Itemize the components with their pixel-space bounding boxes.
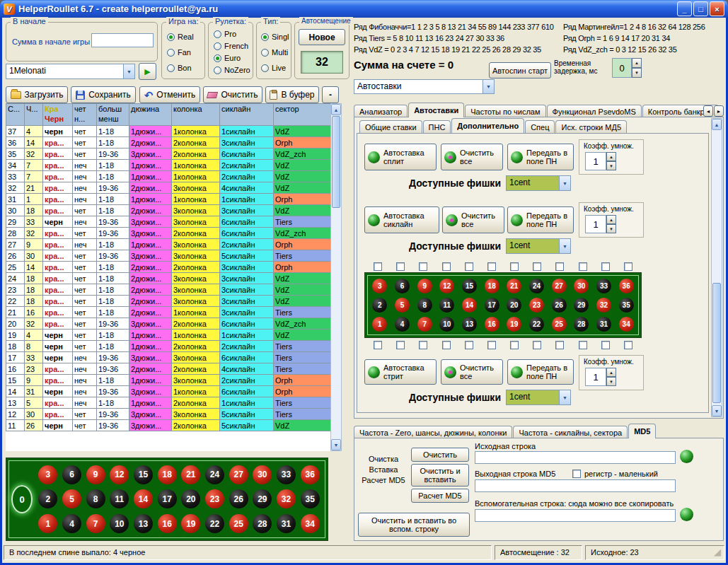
roulette-number-3[interactable]: 3 <box>372 279 387 293</box>
spin-row[interactable]: 159кра...неч1-181дюжи...3колонка2сиклайн… <box>6 375 331 386</box>
roulette-number-28[interactable]: 28 <box>253 514 272 533</box>
spin-row[interactable]: 1733черннеч19-363дюжи...3колонка6сиклайн… <box>6 352 331 363</box>
clear-all-street-button[interactable]: Очистить все <box>441 359 503 385</box>
titlebar[interactable]: V HelperRoullet 6.7 - create helperroull… <box>0 0 728 18</box>
scroll-up-icon[interactable]: ▲ <box>331 104 341 115</box>
autobet-sixline-button[interactable]: Автоставка сиклайн <box>364 206 439 233</box>
chevron-down-icon[interactable]: ▼ <box>483 80 494 93</box>
clear-button[interactable]: Очистить <box>203 86 262 103</box>
roulette-number-34[interactable]: 34 <box>301 514 320 533</box>
roulette-number-13[interactable]: 13 <box>134 514 153 533</box>
coef-spinner[interactable]: 1▲▼ <box>585 215 616 233</box>
bet-column-checkbox[interactable] <box>579 262 587 271</box>
roulette-number-8[interactable]: 8 <box>417 298 432 313</box>
roulette-number-16[interactable]: 16 <box>485 317 499 332</box>
bet-column-checkbox[interactable] <box>487 262 496 271</box>
spin-row[interactable]: 3614кра...чет1-182дюжи...2колонка3сиклай… <box>6 137 331 148</box>
roulette-number-2[interactable]: 2 <box>372 298 387 313</box>
roulette-number-33[interactable]: 33 <box>596 279 611 293</box>
roulette-number-5[interactable]: 5 <box>395 298 410 313</box>
md5-source-input[interactable] <box>475 451 676 464</box>
roulette-number-21[interactable]: 21 <box>507 279 521 293</box>
bet-column-checkbox[interactable] <box>396 262 405 271</box>
radio-nozero[interactable]: NoZero <box>214 66 250 74</box>
spin-row[interactable]: 2630кра...чет19-363дюжи...3колонка5сикла… <box>6 250 331 262</box>
resize-grip[interactable]: ◢ <box>714 547 721 557</box>
roulette-number-31[interactable]: 31 <box>277 514 296 533</box>
radio-pro[interactable]: Pro <box>214 30 236 38</box>
scroll-down-icon[interactable]: ▼ <box>331 439 341 450</box>
chevron-down-icon[interactable]: ▼ <box>123 64 134 78</box>
md5-calc-button[interactable]: Расчет MD5 <box>411 489 469 503</box>
transfer-pn-sixline-button[interactable]: Передать в поле ПН <box>507 206 574 233</box>
spin-up-icon[interactable]: ▲ <box>632 58 642 68</box>
bet-column-checkbox[interactable] <box>419 341 427 349</box>
bet-column-checkbox[interactable] <box>601 341 610 349</box>
bet-column-checkbox[interactable] <box>555 341 564 349</box>
roulette-number-32[interactable]: 32 <box>596 298 611 313</box>
radio-singl[interactable]: Singl <box>261 33 289 41</box>
roulette-number-26[interactable]: 26 <box>229 489 248 508</box>
spin-row[interactable]: 1230кра...чет19-363дюжи...3колонка5сикла… <box>6 409 331 420</box>
transfer-pn-street-button[interactable]: Передать в поле ПН <box>507 359 574 385</box>
roulette-number-18[interactable]: 18 <box>158 465 177 484</box>
roulette-number-3[interactable]: 3 <box>38 465 57 484</box>
autospin-start-button[interactable]: Автоспин старт <box>489 62 551 78</box>
tab-freq-chances[interactable]: Частота - Zero, шансы, дюжины, колонки <box>354 426 512 438</box>
spin-row[interactable]: 188чернчет1-181дюжи...2колонка2сиклайнTi… <box>6 341 331 352</box>
roulette-number-10[interactable]: 10 <box>110 514 129 533</box>
scroll-thumb[interactable] <box>712 283 721 403</box>
load-button[interactable]: Загрузить <box>6 86 68 103</box>
tab-additional[interactable]: Дополнительно <box>451 118 524 133</box>
roulette-number-6[interactable]: 6 <box>395 279 410 293</box>
roulette-number-11[interactable]: 11 <box>439 298 454 313</box>
spin-row[interactable]: 2832кра...чет19-363дюжи...2колонка6сикла… <box>6 228 331 239</box>
bet-column-checkbox[interactable] <box>465 262 473 271</box>
spin-up-icon[interactable]: ▲ <box>606 215 616 224</box>
collapse-button[interactable]: - <box>322 86 339 103</box>
roulette-number-6[interactable]: 6 <box>62 465 81 484</box>
radio-bon[interactable]: Bon <box>167 64 192 72</box>
roulette-number-23[interactable]: 23 <box>529 298 544 313</box>
tab-freq-sectors[interactable]: Частота - сиклайны, сектора <box>513 426 628 438</box>
chevron-down-icon[interactable]: ▼ <box>559 390 570 404</box>
roulette-number-10[interactable]: 10 <box>439 317 454 332</box>
spin-row[interactable]: 2218кра...чет1-182дюжи...3колонка3сиклай… <box>6 296 331 307</box>
bet-column-checkbox[interactable] <box>624 262 632 271</box>
roulette-number-29[interactable]: 29 <box>574 298 589 313</box>
roulette-number-15[interactable]: 15 <box>134 465 153 484</box>
clear-all-split-button[interactable]: Очистить все <box>441 144 503 170</box>
roulette-number-28[interactable]: 28 <box>574 317 589 332</box>
radio-real[interactable]: Real <box>167 33 194 41</box>
aux-action-icon[interactable] <box>680 508 693 521</box>
tabs-scroll-right[interactable]: ► <box>714 105 724 117</box>
spin-row[interactable]: 279кра...неч1-181дюжи...3колонка2сиклайн… <box>6 239 331 250</box>
roulette-number-29[interactable]: 29 <box>253 489 272 508</box>
roulette-number-18[interactable]: 18 <box>485 279 499 293</box>
transfer-pn-split-button[interactable]: Передать в поле ПН <box>507 144 574 170</box>
tab-psevdoms[interactable]: Функционал PsevdoMS <box>547 105 642 117</box>
chevron-down-icon[interactable]: ▼ <box>559 176 570 190</box>
md5-output-input[interactable] <box>475 479 676 492</box>
spin-row[interactable]: 3532кра...чет19-363дюжи...2колонка6сикла… <box>6 148 331 160</box>
spin-row[interactable]: 347кра...неч1-181дюжи...1колонка2сиклайн… <box>6 160 331 171</box>
roulette-number-21[interactable]: 21 <box>181 465 200 484</box>
roulette-number-22[interactable]: 22 <box>529 317 544 332</box>
roulette-number-14[interactable]: 14 <box>462 298 477 313</box>
bet-column-checkbox[interactable] <box>487 341 496 349</box>
bet-column-checkbox[interactable] <box>442 262 451 271</box>
bet-column-checkbox[interactable] <box>374 341 382 349</box>
roulette-number-30[interactable]: 30 <box>253 465 272 484</box>
start-sum-input[interactable] <box>91 33 154 47</box>
roulette-number-2[interactable]: 2 <box>38 489 57 508</box>
tab-md5[interactable]: MD5 <box>628 424 656 438</box>
table-scrollbar[interactable]: ▲ ▼ <box>330 103 342 451</box>
tab-common-bets[interactable]: Общие ставки <box>359 120 422 133</box>
scroll-thumb[interactable] <box>332 116 340 208</box>
spin-row[interactable]: 2418кра...чет1-182дюжи...3колонка3сиклай… <box>6 273 331 284</box>
roulette-number-31[interactable]: 31 <box>596 317 611 332</box>
spin-down-icon[interactable]: ▼ <box>606 224 616 233</box>
tab-spec[interactable]: Спец <box>525 120 555 133</box>
roulette-number-25[interactable]: 25 <box>552 317 567 332</box>
roulette-number-16[interactable]: 16 <box>158 514 177 533</box>
